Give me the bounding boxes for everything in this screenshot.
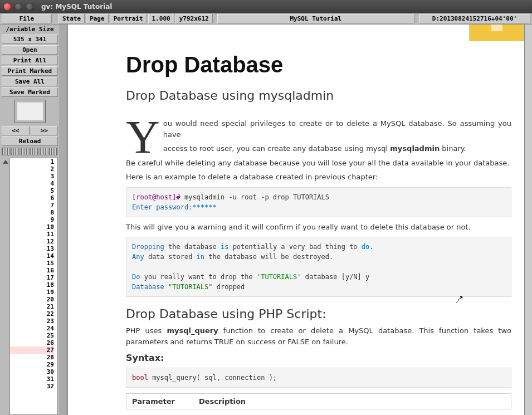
folder-tab-graphic <box>469 25 525 41</box>
page-number-29[interactable]: 29 <box>10 361 54 368</box>
doc-date: D:20130824152716+04'00' <box>419 14 530 23</box>
print-all-button[interactable]: Print All <box>2 56 58 65</box>
page-number-20[interactable]: 20 <box>10 296 54 303</box>
page-number-7[interactable]: 7 <box>10 202 54 209</box>
th-parameter: Parameter <box>126 394 193 409</box>
page-number-24[interactable]: 24 <box>10 325 54 332</box>
paragraph: You would need special privileges to cre… <box>126 118 511 140</box>
param-table-header: Parameter Description <box>126 393 511 409</box>
page-number-28[interactable]: 28 <box>10 354 54 361</box>
file-menu[interactable]: File <box>2 14 52 23</box>
doc-title: MySQL Tutorial <box>217 14 414 23</box>
titlebar: gv: MySQL Tutorial <box>0 0 532 13</box>
papersize-button[interactable]: y792x612 <box>175 14 213 23</box>
page-number-11[interactable]: 11 <box>10 231 54 238</box>
code-block: [root@host]# mysqladmin -u root -p drop … <box>126 187 511 217</box>
page-number-19[interactable]: 19 <box>10 289 54 296</box>
page-number-23[interactable]: 23 <box>10 318 54 325</box>
minimize-icon[interactable] <box>14 3 22 11</box>
sidebar: /ariable Size 535 x 341 Open Print All P… <box>0 25 60 415</box>
paragraph: access to root user, you can create any … <box>126 143 511 154</box>
paragraph: Be careful while deleting any database b… <box>126 158 511 169</box>
orientation-button[interactable]: Portrait <box>110 14 147 23</box>
close-icon[interactable] <box>3 3 11 11</box>
open-button[interactable]: Open <box>2 45 58 55</box>
prev-page-button[interactable]: << <box>2 126 30 135</box>
paragraph: PHP uses mysql_query function to create … <box>126 325 511 347</box>
state-button[interactable]: State <box>58 14 85 23</box>
page-number-26[interactable]: 26 <box>10 339 54 346</box>
th-description: Description <box>193 394 511 409</box>
page-number-14[interactable]: 14 <box>10 252 54 260</box>
page-number-18[interactable]: 18 <box>10 281 54 289</box>
toolbar: File State Page Portrait 1.000 y792x612 … <box>0 13 532 25</box>
heading-3: Drop Database using PHP Script: <box>126 307 511 321</box>
cursor-icon: ⭦ <box>454 293 464 305</box>
page-number-3[interactable]: 3 <box>10 173 54 180</box>
heading-1: Drop Database <box>126 52 511 77</box>
page-number-5[interactable]: 5 <box>10 187 54 194</box>
dimensions-button[interactable]: 535 x 341 <box>2 35 58 44</box>
page-number-15[interactable]: 15 <box>10 260 54 267</box>
save-all-button[interactable]: Save All <box>2 77 58 86</box>
variable-size-label: /ariable Size <box>2 25 58 33</box>
page-number-32[interactable]: 32 <box>10 383 54 390</box>
next-page-button[interactable]: >> <box>31 126 58 135</box>
code-block: bool mysql_query( sql, connection ); <box>126 368 511 388</box>
page-number-6[interactable]: 6 <box>10 194 54 202</box>
reload-button[interactable]: Reload <box>2 136 58 146</box>
page-number-16[interactable]: 16 <box>10 267 54 274</box>
page-number-2[interactable]: 2 <box>10 165 54 173</box>
page-number-17[interactable]: 17 <box>10 274 54 281</box>
window-title: gv: MySQL Tutorial <box>41 3 112 11</box>
page-button[interactable]: Page <box>86 14 109 23</box>
save-marked-button[interactable]: Save Marked <box>2 87 58 97</box>
page-number-4[interactable]: 4 <box>10 180 54 187</box>
page-thumbnail[interactable] <box>14 100 46 123</box>
page-number-22[interactable]: 22 <box>10 310 54 318</box>
page-number-13[interactable]: 13 <box>10 245 54 252</box>
heading-2: Drop Database using mysqladmin <box>126 89 511 102</box>
print-marked-button[interactable]: Print Marked <box>2 66 58 76</box>
up-arrow-icon[interactable] <box>3 160 8 164</box>
page-list[interactable]: 1234567891011121314151617181920212223242… <box>2 158 58 415</box>
vertical-scrollbar[interactable] <box>524 25 532 415</box>
page-number-9[interactable]: 9 <box>10 216 54 223</box>
paragraph: This will give you a warning and it will… <box>126 222 511 233</box>
code-block: Dropping the database is potentially a v… <box>126 237 511 297</box>
page-number-8[interactable]: 8 <box>10 209 54 216</box>
page-number-1[interactable]: 1 <box>10 158 54 165</box>
mark-icons-row[interactable] <box>2 148 58 155</box>
page-number-25[interactable]: 25 <box>10 332 54 339</box>
maximize-icon[interactable] <box>26 3 33 11</box>
heading-4: Syntax: <box>126 353 511 363</box>
document-page: Drop Database Drop Database using mysqla… <box>68 25 532 415</box>
page-number-30[interactable]: 30 <box>10 368 54 375</box>
viewer[interactable]: Drop Database Drop Database using mysqla… <box>60 25 532 415</box>
page-number-31[interactable]: 31 <box>10 375 54 383</box>
page-number-21[interactable]: 21 <box>10 303 54 310</box>
page-number-10[interactable]: 10 <box>10 223 54 231</box>
page-number-27[interactable]: 27 <box>10 346 54 354</box>
zoom-button[interactable]: 1.000 <box>148 14 174 23</box>
paragraph: Here is an example to delete a database … <box>126 172 511 183</box>
page-number-12[interactable]: 12 <box>10 238 54 245</box>
